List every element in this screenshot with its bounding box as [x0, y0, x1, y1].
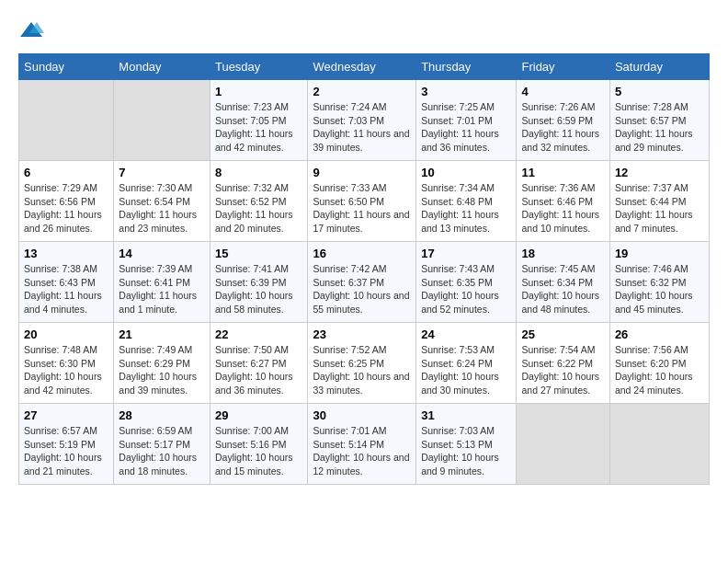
day-number: 4 [521, 85, 604, 98]
weekday-header-wednesday: Wednesday [308, 54, 416, 80]
day-info: Sunrise: 7:54 AMSunset: 6:22 PMDaylight:… [521, 343, 604, 397]
day-info: Sunrise: 7:52 AMSunset: 6:25 PMDaylight:… [313, 343, 411, 397]
calendar-cell: 28Sunrise: 6:59 AMSunset: 5:17 PMDayligh… [114, 404, 210, 485]
day-info: Sunrise: 6:59 AMSunset: 5:17 PMDaylight:… [119, 424, 205, 478]
day-number: 24 [421, 327, 511, 341]
calendar-cell: 22Sunrise: 7:50 AMSunset: 6:27 PMDayligh… [210, 323, 307, 404]
calendar-cell [19, 80, 114, 161]
calendar-cell: 5Sunrise: 7:28 AMSunset: 6:57 PMDaylight… [609, 80, 709, 161]
day-info: Sunrise: 7:53 AMSunset: 6:24 PMDaylight:… [421, 343, 511, 397]
day-number: 16 [313, 247, 411, 260]
day-number: 17 [421, 247, 511, 260]
day-number: 10 [421, 166, 511, 179]
calendar-cell: 4Sunrise: 7:26 AMSunset: 6:59 PMDaylight… [517, 80, 609, 161]
calendar-cell: 14Sunrise: 7:39 AMSunset: 6:41 PMDayligh… [114, 242, 210, 323]
calendar-cell: 11Sunrise: 7:36 AMSunset: 6:46 PMDayligh… [517, 161, 609, 242]
day-info: Sunrise: 7:39 AMSunset: 6:41 PMDaylight:… [119, 262, 205, 316]
calendar-cell: 1Sunrise: 7:23 AMSunset: 7:05 PMDaylight… [210, 80, 307, 161]
day-info: Sunrise: 7:37 AMSunset: 6:44 PMDaylight:… [615, 181, 704, 236]
day-info: Sunrise: 7:42 AMSunset: 6:37 PMDaylight:… [313, 262, 411, 316]
calendar-cell: 2Sunrise: 7:24 AMSunset: 7:03 PMDaylight… [308, 80, 416, 161]
day-number: 20 [24, 327, 108, 341]
calendar-cell: 13Sunrise: 7:38 AMSunset: 6:43 PMDayligh… [19, 242, 114, 323]
day-info: Sunrise: 7:26 AMSunset: 6:59 PMDaylight:… [521, 100, 604, 155]
calendar-cell: 30Sunrise: 7:01 AMSunset: 5:14 PMDayligh… [308, 404, 416, 485]
day-number: 19 [615, 247, 704, 260]
day-info: Sunrise: 7:01 AMSunset: 5:14 PMDaylight:… [313, 424, 411, 478]
day-info: Sunrise: 7:38 AMSunset: 6:43 PMDaylight:… [24, 262, 108, 316]
calendar-cell [114, 80, 210, 161]
day-info: Sunrise: 7:50 AMSunset: 6:27 PMDaylight:… [215, 343, 302, 397]
day-info: Sunrise: 7:43 AMSunset: 6:35 PMDaylight:… [421, 262, 511, 316]
day-info: Sunrise: 7:56 AMSunset: 6:20 PMDaylight:… [615, 343, 704, 397]
day-info: Sunrise: 7:30 AMSunset: 6:54 PMDaylight:… [119, 181, 205, 236]
calendar-cell: 21Sunrise: 7:49 AMSunset: 6:29 PMDayligh… [114, 323, 210, 404]
day-number: 6 [24, 166, 108, 179]
calendar-cell: 16Sunrise: 7:42 AMSunset: 6:37 PMDayligh… [308, 242, 416, 323]
day-info: Sunrise: 7:36 AMSunset: 6:46 PMDaylight:… [521, 181, 604, 236]
calendar-cell: 7Sunrise: 7:30 AMSunset: 6:54 PMDaylight… [114, 161, 210, 242]
calendar-cell: 6Sunrise: 7:29 AMSunset: 6:56 PMDaylight… [19, 161, 114, 242]
calendar-cell: 18Sunrise: 7:45 AMSunset: 6:34 PMDayligh… [517, 242, 609, 323]
day-info: Sunrise: 7:29 AMSunset: 6:56 PMDaylight:… [24, 181, 108, 236]
day-number: 14 [119, 247, 205, 260]
day-number: 2 [313, 85, 411, 98]
day-number: 22 [215, 327, 302, 341]
calendar-week-row: 27Sunrise: 6:57 AMSunset: 5:19 PMDayligh… [19, 404, 710, 485]
day-number: 27 [24, 408, 108, 422]
day-number: 3 [421, 85, 511, 98]
day-info: Sunrise: 7:28 AMSunset: 6:57 PMDaylight:… [615, 100, 704, 155]
calendar-cell: 27Sunrise: 6:57 AMSunset: 5:19 PMDayligh… [19, 404, 114, 485]
day-number: 30 [313, 408, 411, 422]
calendar-cell: 3Sunrise: 7:25 AMSunset: 7:01 PMDaylight… [416, 80, 517, 161]
calendar-cell: 8Sunrise: 7:32 AMSunset: 6:52 PMDaylight… [210, 161, 307, 242]
calendar-cell: 31Sunrise: 7:03 AMSunset: 5:13 PMDayligh… [416, 404, 517, 485]
day-info: Sunrise: 7:48 AMSunset: 6:30 PMDaylight:… [24, 343, 108, 397]
day-number: 21 [119, 327, 205, 341]
day-info: Sunrise: 6:57 AMSunset: 5:19 PMDaylight:… [24, 424, 108, 478]
day-number: 26 [615, 327, 704, 341]
day-info: Sunrise: 7:03 AMSunset: 5:13 PMDaylight:… [421, 424, 511, 478]
calendar-cell [517, 404, 609, 485]
calendar-cell: 15Sunrise: 7:41 AMSunset: 6:39 PMDayligh… [210, 242, 307, 323]
calendar-cell: 12Sunrise: 7:37 AMSunset: 6:44 PMDayligh… [609, 161, 709, 242]
weekday-header-thursday: Thursday [416, 54, 517, 80]
calendar-cell: 19Sunrise: 7:46 AMSunset: 6:32 PMDayligh… [609, 242, 709, 323]
calendar-cell: 25Sunrise: 7:54 AMSunset: 6:22 PMDayligh… [517, 323, 609, 404]
day-number: 28 [119, 408, 205, 422]
calendar-week-row: 6Sunrise: 7:29 AMSunset: 6:56 PMDaylight… [19, 161, 710, 242]
day-number: 11 [521, 166, 604, 179]
calendar-table: SundayMondayTuesdayWednesdayThursdayFrid… [18, 53, 710, 485]
day-number: 18 [521, 247, 604, 260]
calendar-week-row: 20Sunrise: 7:48 AMSunset: 6:30 PMDayligh… [19, 323, 710, 404]
day-info: Sunrise: 7:32 AMSunset: 6:52 PMDaylight:… [215, 181, 302, 236]
calendar-cell: 17Sunrise: 7:43 AMSunset: 6:35 PMDayligh… [416, 242, 517, 323]
weekday-header-row: SundayMondayTuesdayWednesdayThursdayFrid… [19, 54, 710, 80]
day-number: 12 [615, 166, 704, 179]
calendar-cell: 10Sunrise: 7:34 AMSunset: 6:48 PMDayligh… [416, 161, 517, 242]
day-number: 9 [313, 166, 411, 179]
day-info: Sunrise: 7:34 AMSunset: 6:48 PMDaylight:… [421, 181, 511, 236]
weekday-header-tuesday: Tuesday [210, 54, 307, 80]
calendar-cell: 23Sunrise: 7:52 AMSunset: 6:25 PMDayligh… [308, 323, 416, 404]
day-number: 5 [615, 85, 704, 98]
day-info: Sunrise: 7:45 AMSunset: 6:34 PMDaylight:… [521, 262, 604, 316]
calendar-cell [609, 404, 709, 485]
calendar-week-row: 13Sunrise: 7:38 AMSunset: 6:43 PMDayligh… [19, 242, 710, 323]
weekday-header-saturday: Saturday [609, 54, 709, 80]
day-info: Sunrise: 7:00 AMSunset: 5:16 PMDaylight:… [215, 424, 302, 478]
logo [18, 18, 48, 44]
day-info: Sunrise: 7:24 AMSunset: 7:03 PMDaylight:… [313, 100, 411, 155]
day-number: 13 [24, 247, 108, 260]
calendar-cell: 9Sunrise: 7:33 AMSunset: 6:50 PMDaylight… [308, 161, 416, 242]
day-number: 7 [119, 166, 205, 179]
day-info: Sunrise: 7:49 AMSunset: 6:29 PMDaylight:… [119, 343, 205, 397]
weekday-header-sunday: Sunday [19, 54, 114, 80]
weekday-header-monday: Monday [114, 54, 210, 80]
calendar-cell: 26Sunrise: 7:56 AMSunset: 6:20 PMDayligh… [609, 323, 709, 404]
day-number: 31 [421, 408, 511, 422]
day-number: 1 [215, 85, 302, 98]
weekday-header-friday: Friday [517, 54, 609, 80]
page-header [18, 18, 710, 44]
day-info: Sunrise: 7:33 AMSunset: 6:50 PMDaylight:… [313, 181, 411, 236]
